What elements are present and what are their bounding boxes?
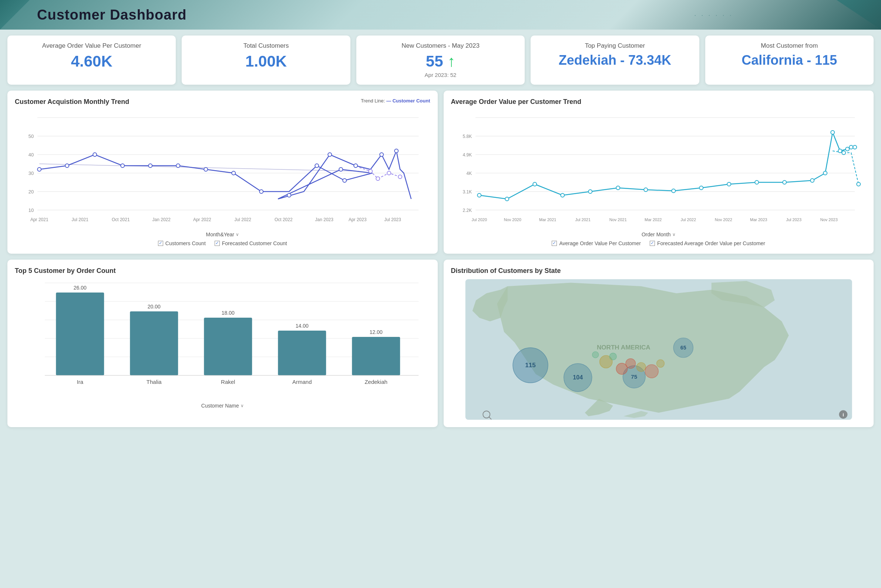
svg-text:26.00: 26.00 xyxy=(74,285,87,291)
avg-order-chart-title: Average Order Value per Customer Trend xyxy=(451,98,867,106)
svg-point-27 xyxy=(380,153,383,156)
svg-text:Jan 2022: Jan 2022 xyxy=(152,217,171,222)
map-svg: NORTH AMERICA 115 104 75 65 xyxy=(451,279,867,420)
acquisition-svg: 10 20 30 40 50 xyxy=(15,110,430,228)
svg-text:Jul 2023: Jul 2023 xyxy=(385,217,401,222)
legend-check-1 xyxy=(158,241,163,246)
header-corner-left xyxy=(0,0,30,30)
svg-point-56 xyxy=(533,182,537,186)
svg-rect-94 xyxy=(130,311,178,375)
svg-text:12.00: 12.00 xyxy=(370,329,383,335)
bar-chart-panel: Top 5 Customer by Order Count 26.00 xyxy=(8,260,438,427)
axis-dropdown-icon[interactable]: ∨ xyxy=(236,232,239,237)
svg-text:Nov 2023: Nov 2023 xyxy=(820,218,837,222)
svg-point-55 xyxy=(505,197,509,201)
svg-point-74 xyxy=(857,182,860,186)
svg-point-120 xyxy=(625,359,635,369)
svg-text:4K: 4K xyxy=(466,171,472,176)
svg-text:20: 20 xyxy=(29,189,34,195)
svg-text:Jul 2021: Jul 2021 xyxy=(575,218,591,222)
svg-point-59 xyxy=(616,186,620,190)
kpi-avg-order-value: 4.60K xyxy=(16,52,167,70)
svg-text:Jul 2023: Jul 2023 xyxy=(786,218,801,222)
svg-point-54 xyxy=(477,194,481,197)
svg-point-25 xyxy=(328,153,332,156)
svg-point-70 xyxy=(845,147,849,151)
acquisition-x-axis[interactable]: Month&Year ∨ xyxy=(15,231,430,237)
avg-axis-dropdown[interactable]: ∨ xyxy=(672,232,676,237)
svg-text:Nov 2022: Nov 2022 xyxy=(714,218,732,222)
svg-text:65: 65 xyxy=(680,345,686,351)
kpi-top-label: Top Paying Customer xyxy=(540,42,690,50)
svg-text:14.00: 14.00 xyxy=(296,323,308,329)
svg-text:Apr 2022: Apr 2022 xyxy=(193,217,211,222)
avg-order-svg: 2.2K 3.1K 4K 4.9K 5.8K xyxy=(451,110,867,228)
legend-forecasted-avg: Forecasted Average Order Value per Custo… xyxy=(650,240,765,246)
svg-text:Jul 2021: Jul 2021 xyxy=(72,217,89,222)
kpi-total-customers: Total Customers 1.00K xyxy=(182,36,350,85)
avg-order-legend: Average Order Value Per Customer Forecas… xyxy=(451,240,867,246)
kpi-avg-order-label: Average Order Value Per Customer xyxy=(16,42,167,50)
acquisition-chart-panel: Customer Acquistion Monthly Trend Trend … xyxy=(8,91,438,254)
svg-point-26 xyxy=(354,164,358,168)
bar-svg: 26.00 20.00 18.00 14.00 12.00 Ira Thalia… xyxy=(15,279,430,398)
avg-order-chart-panel: Average Order Value per Customer Trend 2… xyxy=(444,91,874,254)
acquisition-legend: Customers Count Forecasted Customer Coun… xyxy=(15,240,430,246)
svg-text:2.2K: 2.2K xyxy=(463,208,472,213)
svg-point-60 xyxy=(644,188,648,192)
map-panel: Distribution of Customers by State NORTH… xyxy=(444,260,874,427)
kpi-most-value: California - 115 xyxy=(714,52,865,68)
svg-point-68 xyxy=(831,130,834,134)
header-corner-right xyxy=(807,0,881,30)
kpi-top-paying: Top Paying Customer Zedekiah - 73.34K xyxy=(531,36,699,85)
kpi-new-sub: Apr 2023: 52 xyxy=(365,72,516,78)
svg-point-17 xyxy=(176,164,180,168)
svg-point-65 xyxy=(783,180,786,184)
svg-point-123 xyxy=(656,360,664,368)
bar-axis-dropdown[interactable]: ∨ xyxy=(241,403,244,408)
svg-point-72 xyxy=(853,146,857,149)
svg-text:3.1K: 3.1K xyxy=(463,189,472,195)
svg-text:Nov 2021: Nov 2021 xyxy=(609,218,627,222)
legend-check-4 xyxy=(650,241,655,246)
trend-label: Trend Line: — Customer Count xyxy=(361,98,430,104)
svg-text:Jul 2022: Jul 2022 xyxy=(235,217,252,222)
svg-text:5.8K: 5.8K xyxy=(463,134,472,139)
svg-text:i: i xyxy=(842,412,844,417)
svg-point-14 xyxy=(93,153,96,156)
svg-text:4.9K: 4.9K xyxy=(463,152,472,158)
svg-text:Jul 2020: Jul 2020 xyxy=(471,218,487,222)
bar-x-axis[interactable]: Customer Name ∨ xyxy=(15,403,430,409)
svg-point-66 xyxy=(810,178,814,182)
svg-point-28 xyxy=(394,149,398,153)
svg-text:Rakel: Rakel xyxy=(221,379,235,385)
kpi-most-label: Most Customer from xyxy=(714,42,865,50)
svg-point-69 xyxy=(838,149,842,153)
svg-point-30 xyxy=(376,177,380,180)
bar-chart-title: Top 5 Customer by Order Count xyxy=(15,267,430,275)
legend-check-3 xyxy=(552,241,557,246)
trend-series: — Customer Count xyxy=(386,98,430,104)
avg-order-x-axis[interactable]: Order Month ∨ xyxy=(451,231,867,237)
svg-text:Zedekiah: Zedekiah xyxy=(364,379,387,385)
svg-point-62 xyxy=(699,186,703,190)
svg-text:30: 30 xyxy=(29,171,34,176)
kpi-total-value: 1.00K xyxy=(191,52,341,70)
svg-text:Oct 2022: Oct 2022 xyxy=(275,217,293,222)
acquisition-chart: 10 20 30 40 50 xyxy=(15,110,430,230)
kpi-new-value: 55 ↑ xyxy=(365,52,516,70)
svg-point-32 xyxy=(398,175,402,178)
bar-chart-area: 26.00 20.00 18.00 14.00 12.00 Ira Thalia… xyxy=(15,279,430,401)
svg-text:Mar 2023: Mar 2023 xyxy=(750,218,767,222)
svg-line-11 xyxy=(39,164,359,171)
avg-order-chart: 2.2K 3.1K 4K 4.9K 5.8K xyxy=(451,110,867,230)
svg-point-73 xyxy=(842,151,845,154)
svg-point-18 xyxy=(204,168,207,171)
svg-point-124 xyxy=(609,353,616,360)
svg-point-16 xyxy=(148,164,152,168)
svg-rect-96 xyxy=(204,318,252,375)
svg-text:Thalia: Thalia xyxy=(147,379,162,385)
svg-text:Mar 2022: Mar 2022 xyxy=(645,218,662,222)
svg-point-22 xyxy=(315,164,319,168)
svg-point-58 xyxy=(588,190,592,194)
